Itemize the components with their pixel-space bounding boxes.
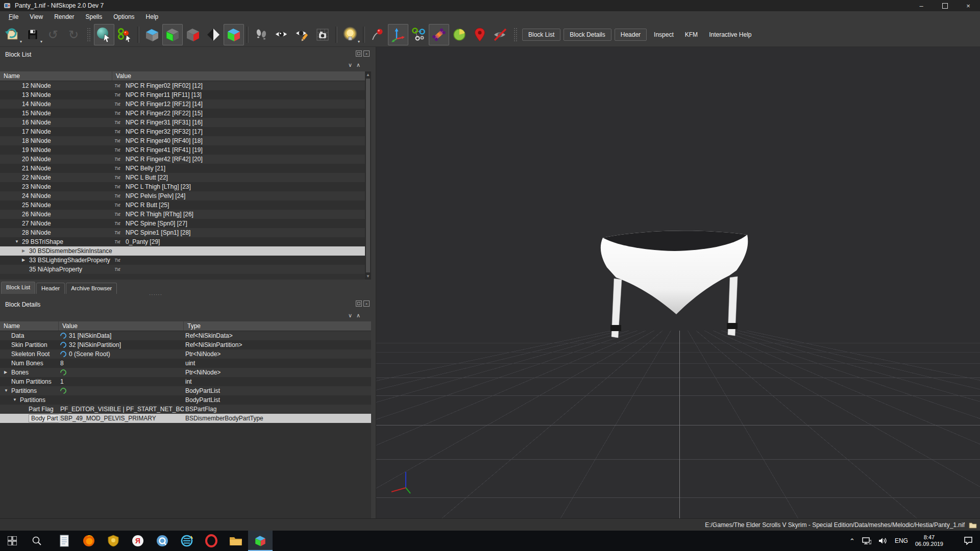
panel-float-button[interactable] [356, 51, 362, 57]
block-list-row[interactable]: ▶33 BSLightingShaderPropertyTxt [0, 256, 365, 265]
scroll-thumb[interactable] [366, 79, 370, 272]
show-bones-button[interactable] [429, 24, 449, 45]
block-list-row[interactable]: 17 NiNodeTxtNPC R Finger32 [RF32] [17] [0, 127, 365, 136]
menu-options[interactable]: Options [108, 12, 140, 21]
menu-render[interactable]: Render [48, 12, 80, 21]
toolbar-grip[interactable] [87, 28, 91, 42]
panel-close-button[interactable]: × [363, 300, 370, 307]
expand-arrow-icon[interactable]: ▼ [13, 395, 20, 405]
dock-tab-header[interactable]: Header [36, 283, 65, 294]
volume-icon[interactable] [878, 537, 888, 544]
dock-tab-block-list[interactable]: Block List [1, 282, 35, 294]
block-details-row[interactable]: Num Partitions1int [0, 377, 371, 386]
expand-all-button[interactable]: ∧ [356, 62, 360, 67]
interactive-help-toolbar-button[interactable]: Interactive Help [705, 29, 755, 40]
toolbar-grip[interactable] [513, 28, 518, 42]
block-details-row[interactable]: Part FlagPF_EDITOR_VISIBLE | PF_START_NE… [0, 405, 371, 414]
taskbar-clock[interactable]: 8:47 06.09.2019 [915, 534, 943, 547]
taskbar-app-yandex-browser[interactable]: Я [126, 531, 150, 551]
block-list-row[interactable]: ▼29 BSTriShapeTxt0_Panty [29] [0, 237, 365, 246]
redo-button[interactable]: ↻ [63, 24, 84, 45]
block-details-row[interactable]: Skin Partition32 [NiSkinPartition]Ref<Ni… [0, 340, 371, 349]
show-axes-button[interactable] [388, 24, 408, 45]
expand-arrow-icon[interactable]: ▼ [15, 237, 22, 246]
column-header-value[interactable]: Value [112, 71, 371, 81]
menu-help[interactable]: Help [140, 12, 164, 21]
panel-close-button[interactable]: × [363, 51, 370, 57]
view-top-button[interactable] [142, 24, 162, 45]
select-object-button[interactable] [94, 24, 114, 45]
block-list-row[interactable]: 13 NiNodeTxtNPC R Finger11 [RF11] [13] [0, 90, 365, 99]
dock-tab-archive-browser[interactable]: Archive Browser [66, 283, 117, 294]
block-list-row[interactable]: 23 NiNodeTxtNPC L Thigh [LThg] [23] [0, 182, 365, 191]
taskbar-app-nifskope[interactable] [248, 531, 273, 551]
column-header-name[interactable]: Name [0, 71, 112, 81]
block-list-toolbar-button[interactable]: Block List [522, 29, 560, 41]
taskbar-app-opera[interactable] [199, 531, 224, 551]
block-details-row[interactable]: ▼PartitionsBodyPartList [0, 386, 371, 395]
save-button[interactable]: ▾ [22, 24, 43, 45]
block-details-row[interactable]: Data31 [NiSkinData]Ref<NiSkinData> [0, 331, 371, 340]
taskbar-app-qbittorrent[interactable] [150, 531, 175, 551]
select-vertex-button[interactable] [114, 24, 135, 45]
show-nodes-button[interactable] [408, 24, 429, 45]
taskbar-app-notepad[interactable] [52, 531, 77, 551]
maximize-button[interactable] [933, 0, 957, 11]
panel-splitter[interactable]: ······ [149, 292, 162, 297]
undo-button[interactable]: ↺ [43, 24, 63, 45]
block-list-row[interactable]: 15 NiNodeTxtNPC R Finger22 [RF22] [15] [0, 109, 365, 118]
vertex-pin-button[interactable] [368, 24, 388, 45]
block-list-row[interactable]: 26 NiNodeTxtNPC R Thigh [RThg] [26] [0, 210, 365, 219]
open-file-button[interactable]: ▾ [2, 24, 22, 45]
block-list-row[interactable]: ▶30 BSDismemberSkinInstance [0, 246, 365, 256]
block-details-row[interactable]: Skeleton Root0 (Scene Root)Ptr<NiNode> [0, 349, 371, 359]
block-list-row[interactable]: 24 NiNodeTxtNPC Pelvis [Pelv] [24] [0, 191, 365, 201]
block-details-row[interactable]: ▶BonesPtr<NiNode> [0, 368, 371, 377]
taskbar-app-firefox[interactable] [77, 531, 101, 551]
close-button[interactable]: × [957, 0, 980, 11]
block-list-row[interactable]: 27 NiNodeTxtNPC Spine [Spn0] [27] [0, 219, 365, 228]
taskbar-app-internet-explorer[interactable] [175, 531, 199, 551]
header-toolbar-button[interactable]: Header [615, 29, 647, 41]
taskbar-search-button[interactable] [24, 531, 49, 551]
block-list-row[interactable]: 25 NiNodeTxtNPC R Butt [25] [0, 201, 365, 210]
block-list-row[interactable]: 20 NiNodeTxtNPC R Finger42 [RF42] [20] [0, 155, 365, 164]
lighting-button[interactable]: ▾ [340, 24, 360, 45]
block-details-row[interactable]: Body PartSBP_49_MOD_PELVIS_PRIMARYBSDism… [0, 414, 371, 423]
taskbar-app-gog[interactable] [101, 531, 126, 551]
block-list-row[interactable]: 18 NiNodeTxtNPC R Finger40 [RF40] [18] [0, 136, 365, 145]
screenshot-button[interactable] [312, 24, 333, 45]
block-list-row[interactable]: 22 NiNodeTxtNPC L Butt [22] [0, 173, 365, 182]
expand-all-button[interactable]: ∧ [356, 313, 360, 318]
kfm-toolbar-button[interactable]: KFM [681, 29, 702, 40]
view-side-button[interactable] [183, 24, 203, 45]
collapse-arrow-icon[interactable]: ▶ [22, 256, 29, 265]
collapse-all-button[interactable]: ∨ [348, 313, 352, 318]
language-indicator[interactable]: ENG [895, 537, 908, 544]
block-details-row[interactable]: ▼PartitionsBodyPartList [0, 395, 371, 405]
menu-spells[interactable]: Spells [80, 12, 108, 21]
action-center-icon[interactable] [964, 537, 973, 545]
block-details-toolbar-button[interactable]: Block Details [564, 29, 611, 41]
collapse-all-button[interactable]: ∨ [348, 62, 352, 67]
edit-view-button[interactable] [292, 24, 312, 45]
view-walk-button[interactable] [251, 24, 272, 45]
block-list-row[interactable]: 14 NiNodeTxtNPC R Finger12 [RF12] [14] [0, 99, 365, 109]
menu-file[interactable]: File [3, 12, 24, 21]
show-markers-button[interactable] [470, 24, 490, 45]
block-list-row[interactable]: 28 NiNodeTxtNPC Spine1 [Spn1] [28] [0, 228, 365, 237]
column-header-type[interactable]: Type [184, 321, 371, 331]
scroll-down-icon[interactable]: ▼ [366, 273, 370, 280]
start-button[interactable] [0, 531, 24, 551]
block-details-row[interactable]: Num Bones8uint [0, 359, 371, 368]
panel-float-button[interactable] [356, 300, 362, 307]
block-list-row[interactable]: 19 NiNodeTxtNPC R Finger41 [RF41] [19] [0, 145, 365, 155]
view-perspective-button[interactable] [224, 24, 244, 45]
collapse-arrow-icon[interactable]: ▶ [4, 368, 11, 377]
taskbar-app-file-explorer[interactable] [224, 531, 248, 551]
tray-expand-icon[interactable]: ⌃ [849, 537, 855, 545]
block-list-scrollbar[interactable]: ▲ ▼ [365, 71, 371, 280]
column-header-value[interactable]: Value [59, 321, 184, 331]
view-flip-button[interactable] [203, 24, 224, 45]
menu-view[interactable]: View [24, 12, 48, 21]
